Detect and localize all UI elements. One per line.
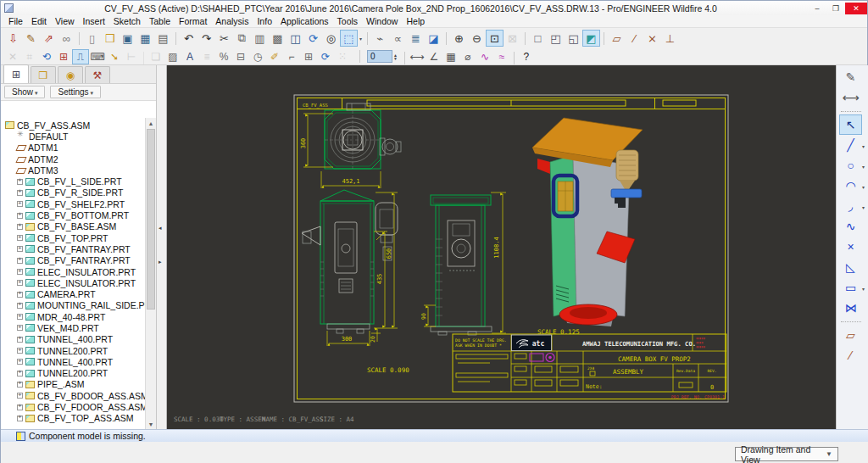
tree-item[interactable]: DEFAULT (1, 131, 145, 142)
annotation-arrow[interactable]: ➘ (106, 49, 123, 64)
tree-item[interactable]: ADTM1 (1, 142, 145, 153)
chain-select[interactable]: ⌁ (371, 30, 389, 47)
tree-item[interactable]: CB_FV_BOTTOM.PRT (1, 209, 145, 220)
spinner-arrows[interactable]: ▲▼ (393, 53, 398, 60)
expand-icon[interactable] (17, 246, 23, 252)
datum-plane-tool[interactable]: ▱ (839, 325, 862, 345)
spline-tool[interactable]: ∿ (839, 216, 862, 237)
collapse-right-icon[interactable]: ▸ (159, 259, 162, 265)
detail-tree-tab[interactable]: ◉ (58, 66, 83, 83)
table[interactable]: ⊞ (300, 49, 317, 64)
layer-tree-tab[interactable]: ❒ (31, 66, 56, 83)
tree-item[interactable]: CB_FV_BASE.ASM (1, 221, 145, 232)
expand-icon[interactable] (17, 201, 23, 207)
scroll-down-icon[interactable]: ▼ (146, 419, 156, 429)
repeat-region[interactable]: ⁙ (334, 49, 351, 64)
mirror-tool[interactable]: ⋈ (839, 298, 862, 318)
measure-diameter[interactable]: ⌀ (459, 49, 476, 64)
dimension-tool[interactable]: ⟷ (839, 87, 862, 108)
select-tool[interactable]: ↖ (839, 114, 862, 135)
tree-item[interactable]: CB_FV_TOP.PRT (1, 232, 145, 243)
copy[interactable]: ⧉ (233, 30, 251, 47)
tree-item[interactable]: CB_FV_SHELF2.PRT (1, 198, 145, 209)
tree-item[interactable]: PIPE_.ASM (1, 379, 145, 390)
update-view[interactable]: ⟲ (38, 49, 55, 64)
environment-options[interactable]: ∝ (389, 30, 407, 47)
selection-filter-dropdown[interactable]: Drawing Item and View ▼ (735, 447, 838, 461)
print[interactable]: ▤ (154, 30, 172, 47)
datum-plane-display[interactable]: ▱ (608, 30, 626, 47)
hatching[interactable]: ▨ (164, 49, 181, 64)
chamfer-tool[interactable]: ◺ (839, 257, 862, 277)
arc-tool[interactable]: ◠ (839, 176, 862, 196)
expand-icon[interactable] (17, 269, 23, 275)
restore-button[interactable]: ❐ (826, 3, 845, 14)
open-file[interactable]: ❒ (101, 30, 119, 47)
zoom-window[interactable]: ⊡ (486, 30, 504, 47)
menu-item[interactable]: Applications (276, 16, 333, 26)
tree-item[interactable]: TUNNEL200.PRT (1, 368, 145, 379)
rectangle-tool[interactable]: ▭ (839, 277, 862, 298)
tree-item[interactable]: ADTM2 (1, 153, 145, 165)
view-iso-shaded[interactable]: SCALE 0.125 (532, 118, 643, 336)
update-tables[interactable]: ⟳ (317, 49, 334, 64)
scrollbar-thumb[interactable] (147, 129, 155, 310)
break-view[interactable]: ⌐ (283, 49, 300, 64)
tree-item[interactable]: CB_FV_FANTRAY.PRT (1, 255, 145, 266)
menu-item[interactable]: Format (175, 16, 211, 26)
spinner-value[interactable]: 0 (367, 50, 392, 63)
expand-icon[interactable] (17, 325, 23, 331)
zoom-in[interactable]: ⊕ (450, 30, 468, 47)
expand-icon[interactable] (17, 292, 23, 298)
menu-item[interactable]: Help (402, 16, 429, 26)
redo[interactable]: ↷ (198, 30, 215, 47)
sketcher-tools[interactable]: ✎ (839, 67, 862, 87)
expand-icon[interactable] (17, 258, 23, 264)
view-side[interactable]: 90 1108.4 (420, 192, 506, 335)
tree-item[interactable]: MOUNTING_RAIL_SIDE.PRT (1, 300, 145, 311)
expand-icon[interactable] (17, 348, 23, 354)
tree-item[interactable]: CB_FV_FDOOR_ASS.ASM (1, 401, 145, 412)
tree-scrollbar[interactable]: ▲ ▼ (145, 118, 156, 429)
tree-item[interactable]: ADTM3 (1, 165, 145, 176)
menu-item[interactable]: Sketch (109, 16, 145, 26)
utilities-tab[interactable]: ⚒ (85, 66, 110, 83)
tree-item[interactable]: CB_FV_TOP_ASS.ASM (1, 413, 145, 424)
expand-icon[interactable] (17, 224, 23, 230)
annotate-model[interactable]: ✎ (22, 30, 40, 47)
panel-sash[interactable]: ◂ ▸ (157, 65, 167, 429)
group-snap[interactable]: ⌗ (21, 49, 38, 64)
menu-item[interactable]: Edit (27, 16, 51, 26)
view-note[interactable]: ✐ (266, 49, 283, 64)
expand-icon[interactable] (17, 359, 23, 365)
export-pdf[interactable]: ⇩ (4, 30, 22, 47)
select-region[interactable]: ⬚ (340, 30, 358, 47)
decimal-places[interactable]: % (215, 49, 232, 64)
save-file[interactable]: ▣ (119, 30, 136, 47)
tree-item[interactable]: ELEC_INSULATOR.PRT (1, 266, 145, 277)
expand-icon[interactable] (17, 382, 23, 388)
export-drawing[interactable]: ⇗ (40, 30, 58, 47)
save-as[interactable]: ▦ (136, 30, 154, 47)
expand-icon[interactable] (17, 190, 23, 196)
menu-item[interactable]: View (51, 16, 79, 26)
datum-csys-display[interactable]: ⊥ (661, 30, 679, 47)
undo[interactable]: ↶ (180, 30, 198, 47)
dimension-format[interactable]: ⊟ (232, 49, 249, 64)
expand-icon[interactable] (17, 314, 23, 320)
drawing-display[interactable]: ◪ (425, 30, 442, 47)
context-help[interactable]: ? (518, 49, 535, 64)
scroll-up-icon[interactable]: ▲ (146, 118, 156, 128)
datum-axis-tool[interactable]: ⁄ (839, 345, 862, 365)
delete[interactable]: ✕ (4, 49, 21, 64)
zoom-refit[interactable]: ⊠ (504, 30, 521, 47)
menu-item[interactable]: Analysis (211, 16, 253, 26)
expand-icon[interactable] (17, 393, 23, 399)
measure-grid[interactable]: ▦ (442, 49, 459, 64)
sketch-wave[interactable]: ≈ (493, 49, 510, 64)
view-time[interactable]: ◷ (249, 49, 266, 64)
layers[interactable]: ≣ (407, 30, 425, 47)
tree-item[interactable]: ELEC_INSULATOR.PRT (1, 277, 145, 288)
measure-angle[interactable]: ∠ (426, 49, 442, 64)
collapse-left-icon[interactable]: ◂ (159, 225, 162, 232)
